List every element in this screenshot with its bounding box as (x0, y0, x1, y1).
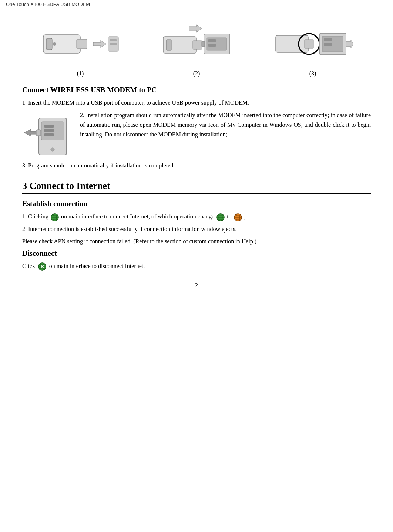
disconnect-text-pre: Click (22, 263, 35, 269)
svg-rect-11 (166, 40, 171, 50)
svg-point-3 (53, 42, 56, 46)
orange-globe-icon (234, 213, 242, 221)
svg-rect-29 (44, 129, 54, 132)
header-title: One Touch X100 HSDPA USB MODEM (6, 1, 90, 7)
svg-rect-16 (202, 41, 205, 47)
svg-marker-24 (346, 40, 353, 48)
establish-title: Establish connection (22, 200, 371, 208)
svg-rect-2 (46, 38, 52, 50)
svg-rect-17 (276, 35, 308, 52)
green-globe-icon (51, 213, 59, 221)
svg-rect-22 (324, 38, 332, 41)
svg-rect-6 (110, 39, 117, 41)
establish-step1-semi: ; (244, 213, 246, 220)
step2-image (22, 111, 74, 159)
diagram-3-label: (3) (309, 70, 316, 77)
svg-rect-28 (44, 125, 54, 128)
diagrams-row: (1) (2) (22, 24, 371, 77)
step3-text: 3. Program should run automatically if i… (22, 161, 371, 170)
step1-text: 1. Insert the MODEM into a USB port of c… (22, 98, 371, 108)
page-header: One Touch X100 HSDPA USB MODEM (0, 0, 393, 9)
page-number: 2 (22, 282, 371, 289)
step2-text: 2. Installation program should run autom… (80, 111, 371, 159)
svg-marker-4 (93, 40, 106, 48)
svg-marker-8 (189, 25, 202, 32)
svg-rect-23 (324, 43, 332, 46)
svg-rect-15 (208, 44, 216, 47)
connect-wireless-title: Connect WIRELESS USB MODEM to PC (22, 86, 371, 94)
establish-step2: 2. Internet connection is established su… (22, 224, 371, 234)
svg-rect-18 (305, 40, 313, 48)
establish-step1-pre: 1. Clicking (22, 213, 48, 220)
svg-marker-31 (24, 129, 36, 136)
diagram-3: (3) (272, 24, 353, 77)
green-globe-icon-2 (216, 213, 225, 221)
svg-rect-1 (77, 39, 87, 49)
page-content: (1) (2) (0, 9, 393, 304)
svg-rect-10 (193, 41, 202, 49)
section3-heading: 3 Connect to Internet (22, 180, 371, 194)
disconnect-title: Disconnect (22, 249, 371, 258)
disconnect-text: Click on main interface to disconnect In… (22, 261, 371, 271)
disconnect-globe-icon (38, 262, 46, 271)
svg-rect-7 (110, 43, 117, 45)
disconnect-text-post: on main interface to disconnect Internet… (49, 263, 145, 269)
step2-container: 2. Installation program should run autom… (22, 111, 371, 159)
establish-step1-to: to (227, 213, 233, 220)
diagram-1: (1) (40, 24, 121, 77)
establish-step1-mid: on main interface to connect Internet, o… (61, 213, 214, 220)
diagram-1-label: (1) (77, 70, 84, 77)
diagram-2: (2) (156, 24, 237, 77)
svg-rect-32 (36, 130, 41, 136)
establish-step1: 1. Clicking on main interface to connect… (22, 212, 371, 221)
diagram-2-image (156, 24, 237, 64)
diagram-1-image (40, 24, 121, 64)
diagram-2-label: (2) (193, 70, 200, 77)
svg-point-27 (51, 148, 54, 151)
diagram-3-image (272, 24, 353, 64)
svg-rect-14 (208, 39, 216, 42)
establish-step3: Please check APN setting if connection f… (22, 237, 371, 246)
svg-rect-30 (44, 133, 54, 136)
